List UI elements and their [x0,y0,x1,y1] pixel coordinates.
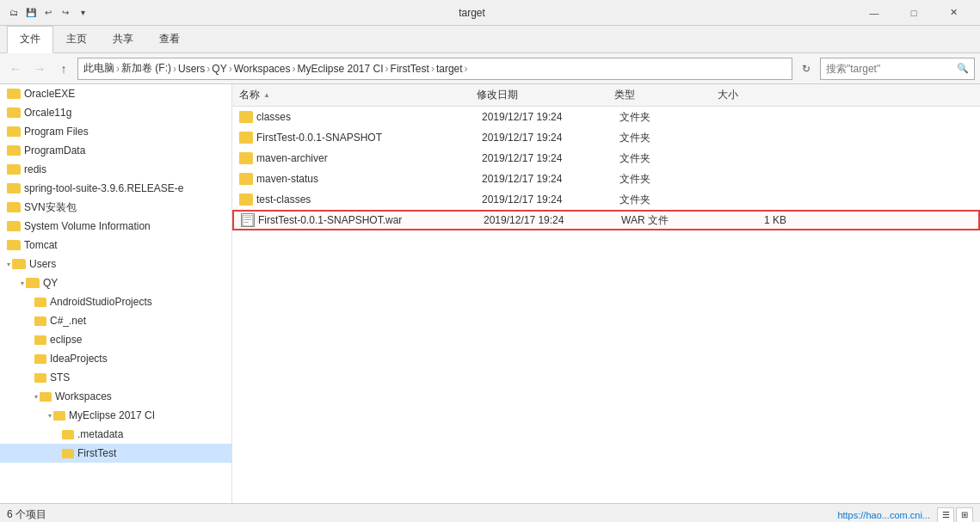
sidebar-item-programdata[interactable]: ProgramData [0,141,231,160]
file-row[interactable]: classes 2019/12/17 19:24 文件夹 [232,107,980,127]
toolbar-undo[interactable]: ↩ [41,6,55,20]
search-input[interactable] [826,63,957,75]
forward-button[interactable]: → [29,58,50,79]
col-header-type[interactable]: 类型 [614,88,718,102]
column-headers: 名称 ▲ 修改日期 类型 大小 [232,84,980,107]
file-name: maven-archiver [256,152,482,164]
sidebar-item-csharp[interactable]: C#_.net [0,311,231,330]
col-header-size[interactable]: 大小 [718,88,786,102]
close-button[interactable]: ✕ [934,0,973,26]
file-row[interactable]: FirstTest-0.0.1-SNAPSHOT 2019/12/17 19:2… [232,127,980,148]
sidebar-item-spring[interactable]: spring-tool-suite-3.9.6.RELEASE-e [0,179,231,198]
folder-icon [34,316,46,326]
path-target: target [436,63,463,75]
ribbon: 文件 主页 共享 查看 [0,26,980,53]
large-icon-view-button[interactable]: ⊞ [956,507,973,523]
sidebar-item-myeclipse[interactable]: ▾ MyEclipse 2017 CI [0,406,231,425]
file-row[interactable]: test-classes 2019/12/17 19:24 文件夹 [232,189,980,210]
sidebar-item-orcale11g[interactable]: Orcale11g [0,103,231,122]
col-header-date[interactable]: 修改日期 [477,88,614,102]
file-type: WAR 文件 [621,213,724,228]
sidebar-item-metadata[interactable]: .metadata [0,425,231,444]
title-bar-icons: 🗂 💾 ↩ ↪ ▾ [7,6,89,20]
folder-icon [34,298,46,307]
folder-icon [7,164,21,175]
folder-icon [239,173,253,185]
folder-icon [62,430,74,439]
folder-icon [12,259,26,269]
sidebar: OracleEXE Orcale11g Program Files Progra… [0,84,232,503]
expand-arrow: ▾ [21,279,24,287]
details-view-button[interactable]: ☰ [937,507,954,523]
file-name: FirstTest-0.0.1-SNAPSHOT [256,132,482,144]
tab-share[interactable]: 共享 [100,26,146,52]
sidebar-item-systemvolume[interactable]: System Volume Information [0,217,231,236]
sidebar-item-workspaces[interactable]: ▾ Workspaces [0,387,231,406]
expand-arrow: ▾ [34,393,38,401]
view-controls: ☰ ⊞ [937,507,973,523]
back-button[interactable]: ← [5,58,26,79]
folder-icon [7,126,21,137]
file-row[interactable]: maven-archiver 2019/12/17 19:24 文件夹 [232,148,980,169]
folder-icon [40,392,52,402]
sidebar-item-tomcat[interactable]: Tomcat [0,236,231,255]
content-area: 名称 ▲ 修改日期 类型 大小 classes 2019/12/17 19:24… [232,84,980,503]
status-bar: 6 个项目 https://hao...com.cni... ☰ ⊞ [0,503,980,522]
tab-home[interactable]: 主页 [53,26,100,52]
file-date: 2019/12/17 19:24 [484,214,621,226]
file-name: test-classes [256,193,482,206]
file-type: 文件夹 [619,110,723,125]
file-size: 1 KB [724,214,793,226]
toolbar-dropdown[interactable]: ▾ [76,6,89,20]
sidebar-item-oracleexe[interactable]: OracleEXE [0,84,231,103]
sidebar-item-eclipse[interactable]: eclipse [0,330,231,349]
file-name: FirstTest-0.0.1-SNAPSHOT.war [258,214,484,226]
svg-rect-0 [243,215,253,226]
sidebar-item-androidstudio[interactable]: AndroidStudioProjects [0,292,231,311]
folder-icon [7,221,21,231]
sidebar-item-users[interactable]: ▾ Users [0,255,231,273]
sidebar-item-qy[interactable]: ▾ QY [0,273,231,292]
app-icon: 🗂 [7,6,21,20]
folder-icon [34,354,46,364]
up-button[interactable]: ↑ [53,58,74,79]
war-file-row[interactable]: FirstTest-0.0.1-SNAPSHOT.war 2019/12/17 … [232,210,980,230]
sidebar-item-programfiles[interactable]: Program Files [0,122,231,141]
path-drive: 新加卷 (F:) [121,61,171,76]
folder-icon [7,107,21,118]
folder-icon [239,193,253,206]
folder-icon [53,411,65,421]
address-bar: ← → ↑ 此电脑 › 新加卷 (F:) › Users › QY › Work… [0,53,980,84]
path-computer: 此电脑 [83,61,114,76]
path-firsttest: FirstTest [391,63,429,75]
file-date: 2019/12/17 19:24 [482,111,619,123]
toolbar-save[interactable]: 💾 [24,6,38,20]
title-bar: 🗂 💾 ↩ ↪ ▾ target — □ ✕ [0,0,980,26]
sidebar-item-sts[interactable]: STS [0,368,231,387]
folder-icon [7,202,21,212]
item-count: 6 个项目 [7,507,46,522]
minimize-button[interactable]: — [854,0,894,26]
maximize-button[interactable]: □ [894,0,934,26]
refresh-button[interactable]: ↻ [796,58,817,79]
path-users: Users [178,63,205,75]
file-list: classes 2019/12/17 19:24 文件夹 FirstTest-0… [232,107,980,503]
search-box[interactable]: 🔍 [820,58,975,80]
file-row[interactable]: maven-status 2019/12/17 19:24 文件夹 [232,169,980,189]
sidebar-item-redis[interactable]: redis [0,160,231,179]
url-preview: https://hao...com.cni... [837,510,930,520]
folder-icon [7,183,21,193]
search-icon: 🔍 [957,63,969,74]
file-date: 2019/12/17 19:24 [482,193,619,206]
path-myeclipse: MyEclipse 2017 CI [298,63,384,75]
file-type: 文件夹 [619,151,723,166]
tab-file[interactable]: 文件 [7,26,53,53]
address-path[interactable]: 此电脑 › 新加卷 (F:) › Users › QY › Workspaces… [77,58,792,80]
path-workspaces: Workspaces [234,63,291,75]
toolbar-redo[interactable]: ↪ [59,6,72,20]
sidebar-item-ideaprojects[interactable]: IdeaProjects [0,349,231,368]
col-header-name[interactable]: 名称 ▲ [236,88,477,102]
sidebar-item-svn[interactable]: SVN安装包 [0,198,231,217]
tab-view[interactable]: 查看 [146,26,193,52]
sidebar-item-firsttest[interactable]: FirstTest [0,444,231,463]
